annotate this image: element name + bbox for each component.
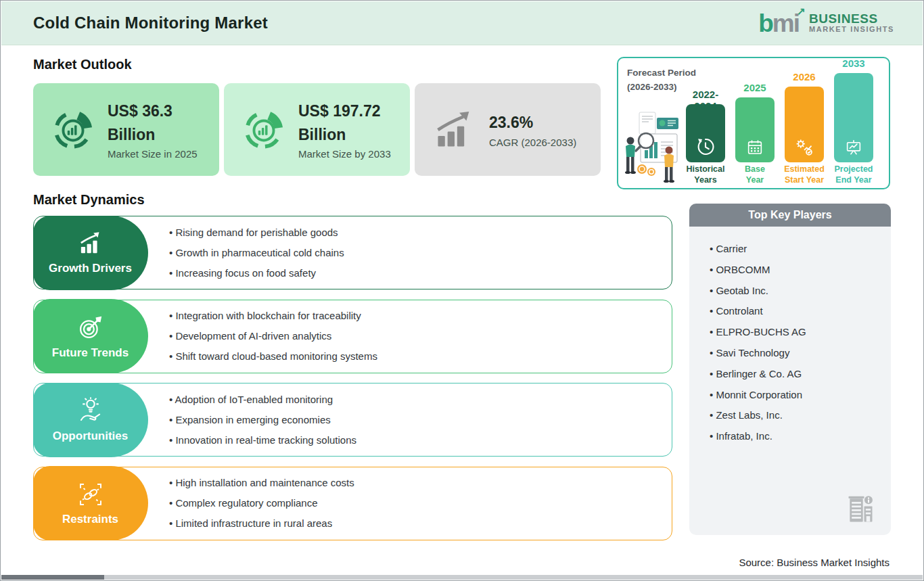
forecast-period-panel: Forecast Period (2026-2033) xyxy=(617,57,890,189)
presentation-icon xyxy=(834,139,873,156)
bmi-logo-icon: bmi↗ xyxy=(758,11,803,36)
key-player-item: Geotab Inc. xyxy=(710,284,891,297)
building-icon xyxy=(845,492,876,526)
future-trends-bullet: Integration with blockchain for traceabi… xyxy=(169,310,672,322)
growth-drivers-bullet: Increasing focus on food safety xyxy=(169,267,672,279)
historical-years-label: Historical Years xyxy=(678,164,733,185)
restraints-pill: Restraints xyxy=(33,466,148,540)
market-size-2033-caption: Market Size by 2033 xyxy=(298,148,391,160)
scrollbar-thumb[interactable] xyxy=(1,575,104,580)
calendar-icon xyxy=(735,139,775,156)
projected-end-year-value: 2033 xyxy=(832,57,875,69)
bulb-hand-icon xyxy=(76,396,105,425)
historical-years-bar: 2022-2024 Historical Years xyxy=(686,104,725,162)
key-player-item: Infratab, Inc. xyxy=(710,429,891,442)
growth-bars-icon xyxy=(434,109,476,151)
market-outlook-heading: Market Outlook xyxy=(33,57,132,72)
base-year-value: 2025 xyxy=(733,82,777,93)
target-icon xyxy=(76,313,105,342)
key-player-item: Controlant xyxy=(710,304,891,317)
market-size-2033-value: US$ 197.72 Billion xyxy=(298,99,391,146)
cagr-caption: CAGR (2026-2033) xyxy=(489,137,576,148)
top-key-players-heading: Top Key Players xyxy=(689,204,891,227)
growth-drivers-row: Growth Drivers Rising demand for perisha… xyxy=(33,216,672,289)
restraints-bullet: Limited infrastructure in rural areas xyxy=(169,517,672,530)
infographic-page: Cold Chain Monitoring Market bmi↗ BUSINE… xyxy=(0,0,924,581)
future-trends-bullet: Shift toward cloud-based monitoring syst… xyxy=(169,350,672,363)
outlook-cards: US$ 36.3 Billion Market Size in 2025 xyxy=(33,83,601,176)
future-trends-row: Future Trends Integration with blockchai… xyxy=(33,300,672,373)
cagr-value: 23.6% xyxy=(489,111,576,135)
source-attribution: Source: Business Market Insights xyxy=(739,557,890,568)
market-size-2025-caption: Market Size in 2025 xyxy=(108,148,198,160)
future-trends-pill: Future Trends xyxy=(33,299,148,373)
key-player-item: Monnit Corporation xyxy=(710,388,891,401)
key-player-item: Berlinger & Co. AG xyxy=(710,367,891,380)
key-player-item: Savi Technology xyxy=(710,346,891,359)
growth-drivers-label: Growth Drivers xyxy=(49,262,132,275)
estimated-start-year-label: Estimated Start Year xyxy=(777,164,831,185)
restraints-bullet: High installation and maintenance costs xyxy=(169,477,672,489)
company-logo: bmi↗ BUSINESS MARKET INSIGHTS xyxy=(758,11,894,36)
base-year-bar: 2025 Base Year xyxy=(735,97,775,162)
history-clock-icon xyxy=(686,137,725,156)
key-player-item: Zest Labs, Inc. xyxy=(710,409,891,421)
projected-end-year-bar: 2033 Projected End Year xyxy=(834,73,873,162)
donut-chart-icon xyxy=(52,109,94,151)
growth-bars-icon xyxy=(77,230,104,257)
key-players-list: Carrier ORBCOMM Geotab Inc. Controlant E… xyxy=(689,227,891,442)
market-size-2033-card: US$ 197.72 Billion Market Size by 2033 xyxy=(224,83,410,176)
future-trends-bullet: Development of AI-driven analytics xyxy=(169,330,672,342)
analysts-illustration xyxy=(622,111,684,185)
cagr-card: 23.6% CAGR (2026-2033) xyxy=(415,83,601,176)
market-dynamics-heading: Market Dynamics xyxy=(33,192,145,208)
growth-drivers-pill: Growth Drivers xyxy=(33,216,148,290)
base-year-label: Base Year xyxy=(727,164,782,185)
market-size-2025-value: US$ 36.3 Billion xyxy=(108,99,198,146)
growth-drivers-bullet: Growth in pharmaceutical cold chains xyxy=(169,247,672,259)
logo-name-business: BUSINESS xyxy=(809,12,894,26)
restraints-row: Restraints High installation and mainten… xyxy=(33,467,672,540)
opportunities-row: Opportunities Adoption of IoT-enabled mo… xyxy=(33,383,672,457)
opportunities-label: Opportunities xyxy=(53,429,128,443)
chain-icon xyxy=(77,481,104,508)
projected-end-year-label: Projected End Year xyxy=(826,164,881,185)
key-player-item: ORBCOMM xyxy=(710,263,891,276)
growth-drivers-bullet: Rising demand for perishable goods xyxy=(169,227,672,239)
opportunities-bullet: Innovation in real-time tracking solutio… xyxy=(169,434,672,446)
key-player-item: ELPRO-BUCHS AG xyxy=(710,325,891,338)
historical-years-range: 2022-2024 xyxy=(684,89,727,112)
opportunities-bullet: Expansion in emerging economies xyxy=(169,414,672,426)
logo-name-market-insights: MARKET INSIGHTS xyxy=(809,26,894,34)
key-player-item: Carrier xyxy=(710,242,891,255)
restraints-bullet: Complex regulatory compliance xyxy=(169,497,672,509)
donut-chart-icon xyxy=(243,109,285,151)
estimated-start-year-bar: 2026 Estimated Start Year xyxy=(785,87,824,162)
market-dynamics-rows: Growth Drivers Rising demand for perisha… xyxy=(33,216,672,550)
future-trends-label: Future Trends xyxy=(52,346,129,360)
restraints-label: Restraints xyxy=(62,513,118,526)
page-title: Cold Chain Monitoring Market xyxy=(33,14,268,32)
estimated-start-year-value: 2026 xyxy=(783,71,826,83)
market-size-2025-card: US$ 36.3 Billion Market Size in 2025 xyxy=(33,83,219,176)
automation-icon xyxy=(785,137,824,156)
header-bar: Cold Chain Monitoring Market bmi↗ BUSINE… xyxy=(1,1,923,45)
horizontal-scrollbar[interactable] xyxy=(1,575,923,580)
opportunities-bullet: Adoption of IoT-enabled monitoring xyxy=(169,394,672,406)
top-key-players-panel: Top Key Players Carrier ORBCOMM Geotab I… xyxy=(689,204,891,535)
opportunities-pill: Opportunities xyxy=(33,383,148,457)
